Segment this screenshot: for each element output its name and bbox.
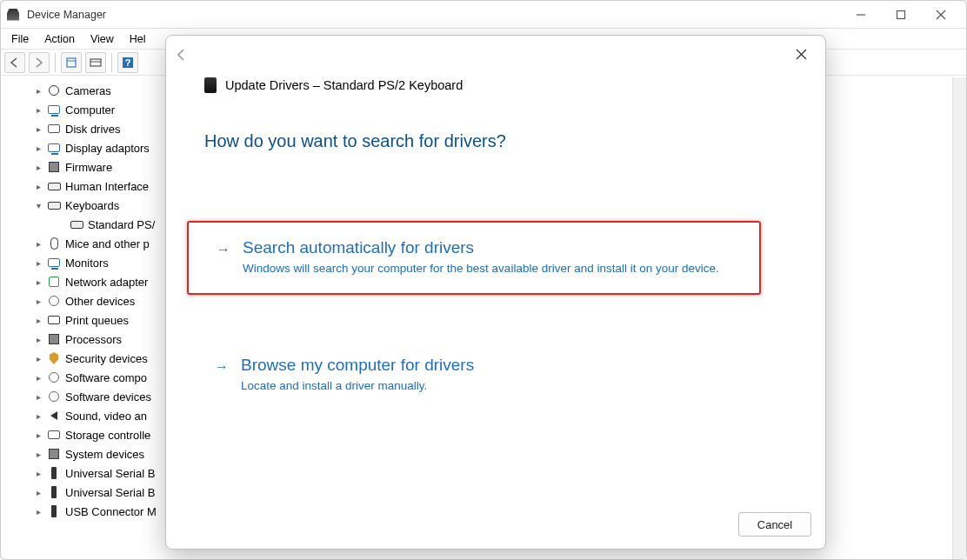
chevron-icon[interactable]: ▸ xyxy=(32,105,44,115)
dialog-header xyxy=(166,36,825,77)
tree-item-label: Security devices xyxy=(65,352,148,365)
tree-item-label: Human Interface xyxy=(65,180,149,193)
chip-icon xyxy=(46,159,62,175)
arrow-right-icon: → xyxy=(217,238,230,261)
tree-item-label: Universal Serial B xyxy=(65,467,155,480)
tree-item-label: Firmware xyxy=(65,161,112,174)
usb-icon xyxy=(46,465,62,481)
arrow-right-icon: → xyxy=(215,356,229,378)
app-icon xyxy=(6,8,20,22)
tree-item-label: Standard PS/ xyxy=(88,218,155,231)
chevron-icon[interactable]: ▸ xyxy=(32,297,44,306)
tree-item-label: Keyboards xyxy=(65,199,119,212)
tree-item-label: Storage controlle xyxy=(65,429,150,442)
tree-item-label: Software compo xyxy=(65,371,147,384)
other-icon xyxy=(46,293,62,309)
chevron-icon[interactable]: ▸ xyxy=(32,182,44,191)
shield-icon xyxy=(46,350,62,366)
chip-icon xyxy=(46,331,62,347)
tree-item-label: Mice and other p xyxy=(65,237,150,250)
chevron-icon[interactable]: ▸ xyxy=(32,277,44,287)
keyboard-device-icon xyxy=(204,77,217,93)
toolbar-help-button[interactable]: ? xyxy=(117,52,138,73)
cancel-button[interactable]: Cancel xyxy=(738,512,811,537)
toolbar-properties-button[interactable] xyxy=(61,52,82,73)
close-button[interactable] xyxy=(921,2,961,28)
keyboard-icon xyxy=(69,217,84,232)
chevron-icon[interactable]: ▸ xyxy=(32,239,44,249)
chevron-icon[interactable]: ▸ xyxy=(32,124,44,134)
sound-icon xyxy=(46,408,62,423)
camera-icon xyxy=(46,83,62,98)
menu-help[interactable]: Hel xyxy=(123,31,153,47)
toolbar-forward-button[interactable] xyxy=(29,52,50,73)
chevron-icon[interactable]: ▾ xyxy=(32,201,44,210)
tree-item-label: Print queues xyxy=(65,314,129,327)
dialog-back-button[interactable] xyxy=(175,48,189,65)
monitor-icon xyxy=(46,102,62,117)
svg-rect-4 xyxy=(67,58,76,67)
tree-item-label: USB Connector M xyxy=(65,505,157,518)
gear-icon xyxy=(46,389,62,404)
menu-view[interactable]: View xyxy=(83,31,121,47)
menu-file[interactable]: File xyxy=(4,31,36,47)
tree-item-label: Display adaptors xyxy=(65,142,150,155)
monitor-icon xyxy=(46,140,62,156)
tree-item-label: Software devices xyxy=(65,390,151,403)
keyboard-icon xyxy=(46,197,62,213)
chevron-icon[interactable]: ▸ xyxy=(32,411,44,421)
maximize-button[interactable] xyxy=(881,2,921,28)
svg-rect-6 xyxy=(90,59,101,66)
usb-icon xyxy=(46,484,62,500)
chevron-icon[interactable]: ▸ xyxy=(32,258,44,268)
toolbar-separator xyxy=(55,53,56,72)
window-controls xyxy=(841,2,961,28)
usb-icon xyxy=(46,503,62,519)
tree-item-label: Network adapter xyxy=(65,276,148,289)
toolbar-back-button[interactable] xyxy=(4,52,25,73)
chevron-icon[interactable]: ▸ xyxy=(32,143,44,153)
option-description: Windows will search your computer for th… xyxy=(243,261,719,277)
chevron-icon[interactable]: ▸ xyxy=(32,373,44,383)
network-icon xyxy=(46,274,62,290)
chevron-icon[interactable]: ▸ xyxy=(32,469,44,478)
storage-icon xyxy=(46,427,62,443)
option-description: Locate and install a driver manually. xyxy=(241,378,474,395)
chevron-icon[interactable]: ▸ xyxy=(32,86,44,96)
tree-item-label: Sound, video an xyxy=(65,410,147,423)
titlebar: Device Manager xyxy=(1,1,966,29)
chevron-icon[interactable]: ▸ xyxy=(32,488,44,497)
chevron-icon[interactable]: ▸ xyxy=(32,163,44,172)
chevron-icon[interactable]: ▸ xyxy=(32,430,44,440)
option-title: Browse my computer for drivers xyxy=(241,356,474,375)
chevron-icon[interactable]: ▸ xyxy=(32,392,44,402)
dialog-title-row: Update Drivers – Standard PS/2 Keyboard xyxy=(204,77,463,93)
minimize-button[interactable] xyxy=(841,2,881,28)
chevron-icon[interactable]: ▸ xyxy=(32,316,44,325)
svg-text:?: ? xyxy=(125,57,131,68)
chevron-icon[interactable]: ▸ xyxy=(32,335,44,344)
dialog-heading: How do you want to search for drivers? xyxy=(204,131,506,151)
dialog-title: Update Drivers – Standard PS/2 Keyboard xyxy=(225,78,463,92)
toolbar-separator xyxy=(111,53,112,72)
dialog-close-button[interactable] xyxy=(784,41,818,67)
hid-icon xyxy=(46,178,62,194)
tree-item-label: Universal Serial B xyxy=(65,486,155,499)
svg-rect-1 xyxy=(897,10,905,18)
vertical-scrollbar[interactable] xyxy=(952,77,966,559)
system-icon xyxy=(46,446,62,462)
tree-item-label: Computer xyxy=(65,103,115,117)
tree-item-label: Other devices xyxy=(65,295,135,308)
chevron-icon[interactable]: ▸ xyxy=(32,450,44,459)
menu-action[interactable]: Action xyxy=(37,31,82,47)
tree-item-label: Cameras xyxy=(65,84,111,97)
chevron-icon[interactable]: ▸ xyxy=(32,354,44,363)
tree-item-label: Disk drives xyxy=(65,123,121,136)
option-search-automatically[interactable]: → Search automatically for drivers Windo… xyxy=(187,221,761,295)
chevron-icon[interactable]: ▸ xyxy=(32,507,44,517)
mouse-icon xyxy=(46,236,62,251)
dialog-footer: Cancel xyxy=(738,512,811,537)
tree-item-label: System devices xyxy=(65,448,144,461)
option-browse-computer[interactable]: → Browse my computer for drivers Locate … xyxy=(187,340,761,410)
toolbar-show-hidden-button[interactable] xyxy=(85,52,106,73)
